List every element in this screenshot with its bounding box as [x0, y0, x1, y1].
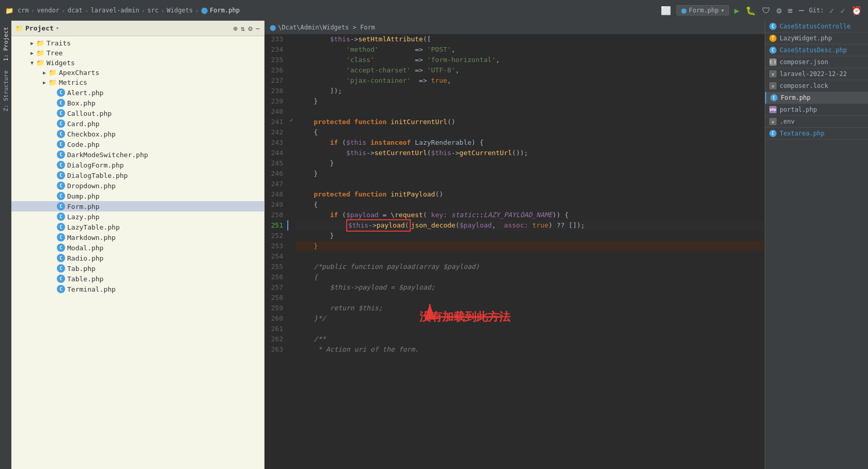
tree-item-dialogtable[interactable]: C DialogTable.php: [11, 170, 264, 180]
tree-item-table[interactable]: C Table.php: [11, 274, 264, 284]
git-check2[interactable]: ✓: [839, 5, 846, 17]
gutter: ✓: [287, 34, 296, 469]
file-icon-dialogform: C: [57, 161, 65, 169]
tree-item-code[interactable]: C Code.php: [11, 139, 264, 149]
tree-item-tree[interactable]: ▶ 📁 Tree: [11, 48, 264, 58]
more-icon[interactable]: ≡: [787, 5, 794, 17]
tree-item-form[interactable]: C Form.php: [11, 201, 264, 211]
minimize-icon[interactable]: ─: [798, 5, 805, 17]
right-icon-t1: T: [769, 35, 777, 42]
folder-icon-apexcharts: 📁: [49, 69, 57, 77]
right-file-composerlock[interactable]: ≡ composer.lock: [765, 80, 868, 92]
folder-icon-tree: 📁: [36, 49, 44, 57]
code-line-239: }: [296, 96, 765, 107]
file-icon-box: C: [57, 99, 65, 107]
tree-item-dropdown[interactable]: C Dropdown.php: [11, 180, 264, 191]
tree-item-box[interactable]: C Box.php: [11, 98, 264, 108]
tree-item-darkmodeswitcher[interactable]: C DarkModeSwitcher.php: [11, 149, 264, 160]
file-icon-radio: C: [57, 254, 65, 262]
code-line-263: * Action uri of the form.: [296, 344, 765, 355]
file-icon-lazytable: C: [57, 223, 65, 231]
tree-item-card[interactable]: C Card.php: [11, 118, 264, 129]
tree-item-modal[interactable]: C Modal.php: [11, 243, 264, 253]
tree-item-apexcharts[interactable]: ▶ 📁 ApexCharts: [11, 68, 264, 78]
folder-icon: 📁: [5, 7, 13, 14]
right-file-textarea[interactable]: C Textarea.php: [765, 128, 868, 140]
code-line-260: }*/: [296, 313, 765, 324]
locate-icon[interactable]: ⊕: [233, 24, 237, 33]
right-panel: C CaseStatusControlle T LazyWidget.php C…: [765, 21, 868, 469]
right-file-lazywidget[interactable]: T LazyWidget.php: [765, 33, 868, 44]
git-label: Git:: [809, 7, 824, 14]
tree-item-widgets[interactable]: ▼ 📁 Widgets: [11, 58, 264, 68]
breadcrumb-dcat[interactable]: dcat: [68, 7, 83, 14]
right-file-casestatusdesc[interactable]: C CaseStatusDesc.php: [765, 44, 868, 56]
breadcrumb-widgets[interactable]: Widgets: [167, 7, 193, 14]
tree-item-traits[interactable]: ▶ 📁 Traits: [11, 38, 264, 48]
tree-arrow-traits: ▶: [28, 40, 36, 46]
breadcrumb-formphp[interactable]: ⬤ Form.php: [201, 7, 240, 14]
settings-icon[interactable]: ⚙: [248, 24, 252, 33]
code-line-253: }: [296, 241, 765, 251]
folder-icon-widgets: 📁: [36, 59, 44, 67]
breadcrumb: 📁 crm › vendor › dcat › laravel-admin › …: [5, 7, 657, 14]
breadcrumb-laravel-admin[interactable]: laravel-admin: [90, 7, 139, 14]
top-bar-right: ⬜ ⬤ Form.php ▾ ▶ 🐛 🛡 ⚙ ≡ ─ Git: ✓ ✓ ⏰: [660, 5, 863, 17]
tree-item-terminal[interactable]: C Terminal.php: [11, 284, 264, 294]
close-panel-icon[interactable]: −: [256, 24, 260, 33]
side-tab-structure[interactable]: Z: Structure: [1, 66, 11, 115]
code-line-243: if ($this instanceof LazyRenderable) {: [296, 138, 765, 148]
tree-item-dialogform[interactable]: C DialogForm.php: [11, 160, 264, 170]
run-icon[interactable]: ▶: [733, 5, 740, 17]
code-line-245: }: [296, 158, 765, 169]
top-bar: 📁 crm › vendor › dcat › laravel-admin › …: [0, 0, 868, 21]
red-box-annotation: $this->payload(: [346, 219, 411, 232]
side-tab-project[interactable]: 1: Project: [1, 23, 11, 65]
tree-item-dump[interactable]: C Dump.php: [11, 191, 264, 201]
git-check1[interactable]: ✓: [828, 5, 835, 17]
code-line-235: 'class' => 'form-horizontal',: [296, 55, 765, 65]
side-tabs: 1: Project Z: Structure: [0, 21, 11, 469]
git-check3[interactable]: ⏰: [850, 5, 863, 17]
file-icon-code: C: [57, 140, 65, 148]
code-line-255: /*public function payload(array $payload…: [296, 262, 765, 272]
right-file-form[interactable]: C Form.php: [765, 92, 868, 104]
tree-item-tab[interactable]: C Tab.php: [11, 263, 264, 274]
tree-item-alert[interactable]: C Alert.php: [11, 87, 264, 98]
right-file-composerjson[interactable]: { } composer.json: [765, 56, 868, 68]
debug-icon[interactable]: 🐛: [745, 5, 757, 17]
tree-item-lazy[interactable]: C Lazy.php: [11, 211, 264, 222]
right-file-laravel-log[interactable]: ≡ laravel-2022-12-22: [765, 68, 868, 80]
file-selector[interactable]: ⬤ Form.php ▾: [676, 5, 729, 16]
editor-content[interactable]: 233 234 235 236 237 238 239 240 241 242 …: [265, 34, 765, 469]
code-line-241: protected function initCurrentUrl(): [296, 117, 765, 127]
breadcrumb-vendor[interactable]: vendor: [37, 7, 59, 14]
collapse-icon[interactable]: ⇅: [241, 24, 245, 33]
folder-icon-metrics: 📁: [49, 79, 57, 86]
file-icon-lazy: C: [57, 213, 65, 221]
tree-item-radio[interactable]: C Radio.php: [11, 253, 264, 263]
file-icon-alert: C: [57, 88, 65, 97]
folder-icon-traits: 📁: [36, 39, 44, 47]
breadcrumb-src[interactable]: src: [147, 7, 159, 14]
right-file-env[interactable]: ≡ .env: [765, 116, 868, 128]
tree-item-lazytable[interactable]: C LazyTable.php: [11, 222, 264, 232]
code-line-257: $this->payload = $payload;: [296, 282, 765, 293]
tree-item-checkbox[interactable]: C Checkbox.php: [11, 129, 264, 139]
tree-item-metrics[interactable]: ▶ 📁 Metrics: [11, 78, 264, 87]
right-file-casestatuscontroller[interactable]: C CaseStatusControlle: [765, 21, 868, 33]
right-file-portal[interactable]: php portal.php: [765, 104, 868, 116]
display-icon[interactable]: ⬜: [660, 5, 672, 17]
tree-item-markdown[interactable]: C Markdown.php: [11, 232, 264, 243]
coverage-icon[interactable]: 🛡: [761, 5, 771, 17]
right-file-label-2: LazyWidget.php: [780, 35, 832, 42]
right-file-label-10: Textarea.php: [780, 130, 825, 137]
profile-icon[interactable]: ⚙: [776, 5, 783, 17]
file-icon-dump: C: [57, 192, 65, 200]
breadcrumb-crm[interactable]: 📁 crm: [5, 7, 29, 14]
tree-arrow-widgets: ▼: [28, 60, 36, 66]
tree-item-callout[interactable]: C Callout.php: [11, 108, 264, 118]
editor-area: ⬤ \Dcat\Admin\Widgets > Form 233 234 235…: [265, 21, 765, 469]
right-icon-php1: php: [769, 106, 777, 113]
right-icon-json2: ≡: [769, 82, 777, 89]
